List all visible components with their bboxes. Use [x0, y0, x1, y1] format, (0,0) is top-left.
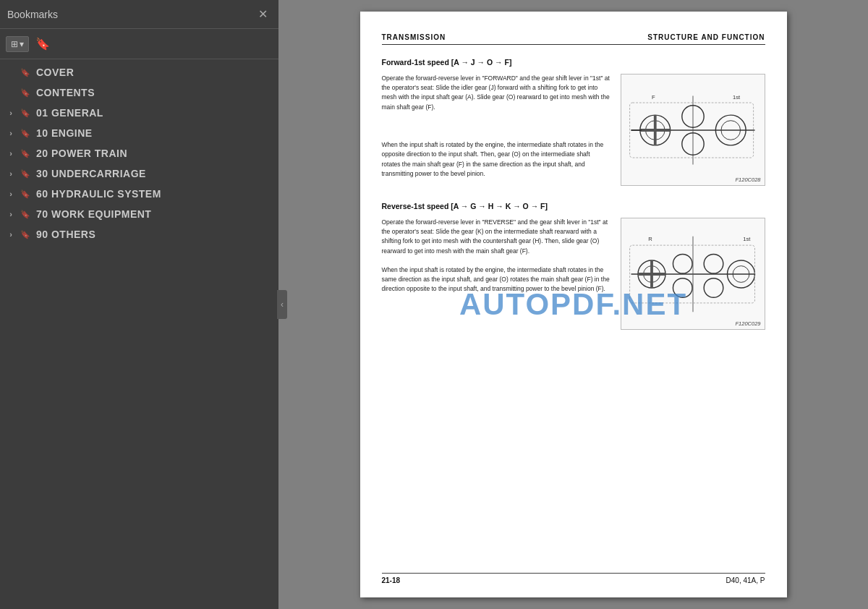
section-reverse-1st: Reverse-1st speed [A → G → H → K → O → F…: [382, 202, 765, 330]
sidebar-item-undercarriage[interactable]: ›🔖30 UNDERCARRIAGE: [0, 163, 278, 184]
sidebar-header: Bookmarks ✕: [0, 0, 278, 29]
svg-point-21: [704, 278, 723, 297]
expand-icon: ›: [6, 230, 16, 239]
svg-point-18: [673, 254, 692, 273]
bookmark-item-icon: 🔖: [20, 189, 32, 199]
bookmark-item-label: 70 WORK EQUIPMENT: [36, 208, 273, 220]
header-left: TRANSMISSION: [382, 33, 446, 41]
bookmark-item-icon: 🔖: [20, 129, 32, 138]
sidebar-item-engine[interactable]: ›🔖10 ENGINE: [0, 123, 278, 143]
bookmark-list: 🔖COVER 🔖CONTENTS›🔖01 GENERAL›🔖10 ENGINE›…: [0, 59, 278, 609]
page-model: D40, 41A, P: [726, 576, 765, 584]
bookmark-item-icon: 🔖: [20, 68, 32, 77]
page-number: 21-18: [382, 576, 401, 584]
svg-rect-25: [650, 260, 653, 288]
close-button[interactable]: ✕: [255, 6, 271, 22]
bookmark-item-icon: 🔖: [20, 210, 32, 219]
svg-text:1st: 1st: [743, 236, 751, 242]
expand-icon: ›: [6, 210, 16, 218]
svg-rect-9: [653, 115, 656, 145]
view-options-button[interactable]: ⊞ ▾: [6, 36, 29, 52]
sidebar-item-power-train[interactable]: ›🔖20 POWER TRAIN: [0, 143, 278, 163]
section1-diagram: F 1st F120C028: [621, 74, 765, 186]
expand-icon: ›: [6, 189, 16, 198]
header-right: STRUCTURE AND FUNCTION: [647, 33, 765, 41]
bookmark-item-label: 90 OTHERS: [36, 229, 273, 240]
dropdown-arrow-icon: ▾: [20, 39, 24, 49]
expand-icon: ›: [6, 129, 16, 137]
bookmark-item-icon: 🔖: [20, 108, 32, 118]
bookmark-item-label: COVER: [36, 67, 273, 78]
section1-figure-label: F120C028: [735, 176, 760, 183]
page-header: TRANSMISSION STRUCTURE AND FUNCTION: [382, 33, 765, 45]
section2-text: Operate the forward-reverse lever in "RE…: [382, 218, 610, 294]
collapse-handle[interactable]: ‹: [277, 290, 287, 319]
bookmark-item-label: 60 HYDRAULIC SYSTEM: [36, 188, 273, 200]
sidebar-item-work-equipment[interactable]: ›🔖70 WORK EQUIPMENT: [0, 204, 278, 224]
section2-diagram: R 1st F120C029: [621, 218, 765, 330]
sidebar-item-general[interactable]: ›🔖01 GENERAL: [0, 103, 278, 123]
svg-text:1st: 1st: [733, 94, 741, 101]
sidebar-item-cover[interactable]: 🔖COVER: [0, 62, 278, 82]
bookmark-item-label: 01 GENERAL: [36, 107, 273, 119]
bookmark-item-label: 30 UNDERCARRIAGE: [36, 168, 273, 179]
bookmark-item-label: 10 ENGINE: [36, 127, 273, 139]
svg-text:F: F: [652, 94, 655, 101]
section1-title: Forward-1st speed [A → J → O → F]: [382, 58, 765, 67]
bookmark-item-icon: 🔖: [20, 230, 32, 239]
bookmark-item-label: CONTENTS: [36, 87, 273, 98]
section2-figure-label: F120C029: [735, 320, 760, 327]
grid-icon: ⊞: [11, 39, 18, 49]
sidebar-item-others[interactable]: ›🔖90 OTHERS: [0, 224, 278, 244]
section-forward-1st: Forward-1st speed [A → J → O → F] Operat…: [382, 58, 765, 186]
section2-title: Reverse-1st speed [A → G → H → K → O → F…: [382, 202, 765, 210]
expand-icon: ›: [6, 149, 16, 158]
expand-icon: ›: [6, 108, 16, 117]
section1-text: Operate the forward-reverse lever in "FO…: [382, 74, 610, 179]
bookmark-item-icon: 🔖: [20, 169, 32, 179]
sidebar-title: Bookmarks: [7, 9, 58, 20]
bookmark-icon: 🔖: [35, 38, 50, 50]
svg-point-19: [673, 278, 692, 297]
bookmark-item-label: 20 POWER TRAIN: [36, 148, 273, 159]
svg-point-20: [704, 254, 723, 273]
main-content: AUTOPDF.NET TRANSMISSION STRUCTURE AND F…: [278, 0, 868, 609]
section2-body: Operate the forward-reverse lever in "RE…: [382, 218, 765, 330]
bookmark-item-icon: 🔖: [20, 88, 32, 98]
sidebar-item-hydraulic[interactable]: ›🔖60 HYDRAULIC SYSTEM: [0, 184, 278, 204]
page-footer: 21-18 D40, 41A, P: [382, 573, 765, 584]
pdf-page: AUTOPDF.NET TRANSMISSION STRUCTURE AND F…: [360, 12, 787, 597]
bookmark-item-icon: 🔖: [20, 149, 32, 158]
expand-icon: ›: [6, 169, 16, 178]
sidebar-toolbar: ⊞ ▾ 🔖: [0, 29, 278, 59]
sidebar: Bookmarks ✕ ⊞ ▾ 🔖 🔖COVER 🔖CONTENTS›🔖01 G…: [0, 0, 278, 609]
svg-text:R: R: [648, 236, 652, 242]
sidebar-item-contents[interactable]: 🔖CONTENTS: [0, 82, 278, 103]
section1-body: Operate the forward-reverse lever in "FO…: [382, 74, 765, 186]
bookmark-icon-button[interactable]: 🔖: [33, 35, 52, 53]
